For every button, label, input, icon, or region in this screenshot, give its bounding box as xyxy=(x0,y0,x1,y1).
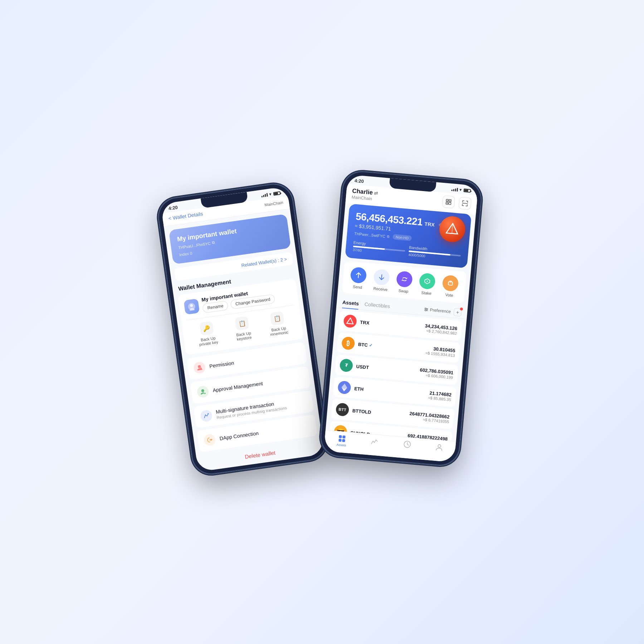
tab-collectibles[interactable]: Collectibles xyxy=(364,298,391,312)
backup-private-key[interactable]: 🔑 Back Up private key xyxy=(196,321,219,347)
dapp-connection-label: DApp Connection xyxy=(219,430,259,441)
svg-rect-21 xyxy=(448,282,453,285)
wallet-avatar xyxy=(184,298,200,314)
right-status-icons: ▾ xyxy=(451,187,471,193)
wifi-icon: ▾ xyxy=(269,192,272,197)
svg-rect-14 xyxy=(447,203,447,204)
usdt-name: USDT xyxy=(356,364,416,374)
backup-mnemonic-icon: 📋 xyxy=(270,311,284,326)
phones-container: 4:20 MainChain ▾ xyxy=(174,179,470,465)
svg-point-5 xyxy=(201,389,204,392)
balance-currency: TRX xyxy=(424,221,435,228)
preference-label: Preference xyxy=(430,307,451,314)
right-time: 4:20 xyxy=(354,178,364,184)
btc-verified-icon: ✓ xyxy=(369,343,373,348)
swap-icon xyxy=(396,271,413,288)
approval-icon xyxy=(196,385,209,398)
right-signal-icon xyxy=(451,187,458,191)
svg-line-32 xyxy=(347,323,353,324)
trx-icon xyxy=(343,314,357,328)
permission-label: Permission xyxy=(209,360,234,369)
left-phone: 4:20 MainChain ▾ xyxy=(156,181,329,477)
svg-rect-39 xyxy=(338,439,342,442)
receive-header-button[interactable] xyxy=(442,195,455,209)
permission-icon xyxy=(193,361,206,374)
chain-badge: MainChain xyxy=(264,200,284,207)
copy-address-icon[interactable]: ⧉ xyxy=(387,234,390,239)
svg-point-42 xyxy=(438,444,441,448)
receive-icon xyxy=(373,269,390,286)
battery-icon xyxy=(273,191,280,196)
btc-name: BTC ✓ xyxy=(358,341,423,352)
vote-icon xyxy=(442,275,459,292)
switch-icon[interactable]: ⇄ xyxy=(374,190,378,196)
nav-profile[interactable] xyxy=(435,443,444,456)
asset-list: TRX 34,234,453.126 ≈$ 2,760,842.982 ₿ BT… xyxy=(325,310,467,452)
svg-rect-38 xyxy=(342,435,346,439)
action-row: Send Receive xyxy=(342,261,466,303)
receive-action[interactable]: Receive xyxy=(372,269,390,292)
notification-dot xyxy=(460,307,463,311)
multisig-icon xyxy=(200,409,213,422)
rename-button[interactable]: Rename xyxy=(202,301,229,313)
svg-rect-40 xyxy=(342,439,345,442)
right-wifi-icon: ▾ xyxy=(459,187,462,192)
right-battery-icon xyxy=(463,188,471,192)
tron-sphere-decoration xyxy=(438,215,466,243)
non-hd-badge: Non-HD xyxy=(392,234,411,241)
left-phone-screen: 4:20 MainChain ▾ xyxy=(161,186,325,472)
balance-address: THPwer...5wtFYC xyxy=(354,231,386,238)
btc-icon: ₿ xyxy=(341,336,355,350)
btt-icon: BTT xyxy=(336,402,350,416)
scan-header-button[interactable] xyxy=(458,197,472,210)
nav-market[interactable] xyxy=(370,437,379,450)
svg-rect-13 xyxy=(450,200,450,201)
stake-action[interactable]: Stake xyxy=(418,273,436,296)
svg-point-30 xyxy=(425,310,426,311)
right-phone-screen: 4:20 ▾ Ch xyxy=(324,175,478,463)
backup-keystore[interactable]: 📋 Back Up keystore xyxy=(234,316,252,341)
back-button[interactable]: < Wallet Details xyxy=(168,211,203,221)
stake-icon xyxy=(419,273,436,290)
left-time: 4:20 xyxy=(168,205,178,211)
dapp-icon xyxy=(203,434,216,447)
nav-assets[interactable]: Assets xyxy=(336,434,347,447)
balance-card: 56,456,453.221 TRX 👁 ↗ ≈ $3,951,951.71 T… xyxy=(345,204,472,268)
approval-management-label: Approval Management xyxy=(213,380,263,393)
trx-name: TRX xyxy=(360,319,421,330)
svg-line-15 xyxy=(463,203,468,204)
swap-action[interactable]: Swap xyxy=(395,271,413,294)
svg-rect-11 xyxy=(449,202,451,205)
right-phone: 4:20 ▾ Ch xyxy=(319,170,483,467)
svg-point-29 xyxy=(426,309,428,310)
preference-button[interactable]: Preference xyxy=(424,307,451,314)
left-status-icons: ▾ xyxy=(261,190,280,197)
backup-mnemonic[interactable]: 📋 Back Up mnemonic xyxy=(267,311,288,337)
send-action[interactable]: Send xyxy=(350,267,367,290)
signal-icon xyxy=(261,193,268,197)
add-asset-button[interactable]: + xyxy=(453,308,462,317)
bandwidth-resource: Bandwidth 4000/5000 xyxy=(408,245,461,261)
svg-point-28 xyxy=(425,308,426,309)
vote-action[interactable]: Vote xyxy=(441,275,459,298)
backup-key-icon: 🔑 xyxy=(199,321,214,336)
tab-assets[interactable]: Assets xyxy=(342,297,360,309)
bttold-name: BTTOLD xyxy=(352,408,406,418)
svg-line-34 xyxy=(350,318,353,324)
nav-activity[interactable] xyxy=(402,440,411,453)
backup-keystore-icon: 📋 xyxy=(235,316,249,331)
energy-resource: Energy 37/60 xyxy=(353,240,406,257)
eth-name: ETH xyxy=(354,386,425,397)
svg-line-33 xyxy=(347,318,350,324)
svg-rect-12 xyxy=(447,200,448,201)
eth-icon xyxy=(337,380,351,394)
send-icon xyxy=(350,267,367,284)
svg-rect-37 xyxy=(339,435,342,438)
usdt-icon: ₮ xyxy=(339,358,353,372)
svg-line-7 xyxy=(210,440,212,440)
